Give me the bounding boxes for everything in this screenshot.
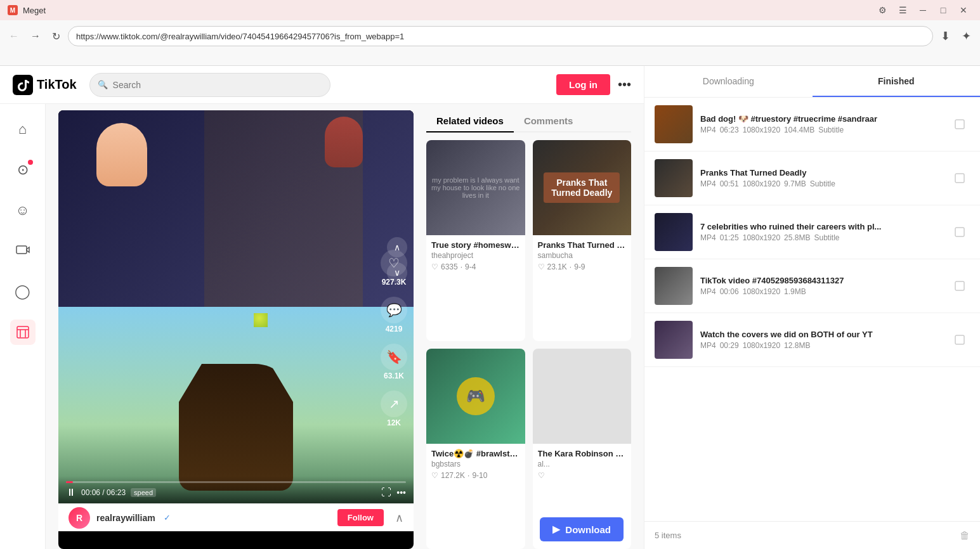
related-card-3[interactable]: 🎮 Twice☢️💣 #brawlstars #tiktok... bgbsta… xyxy=(426,349,525,550)
menu-btn[interactable]: ☰ xyxy=(894,4,911,16)
share-action: ↗ 12K xyxy=(381,391,407,427)
resolution-4: 1080x1920 xyxy=(743,287,780,296)
meget-thumb-item-5 xyxy=(655,321,693,359)
video-top-half xyxy=(58,110,414,307)
search-icon: 🔍 xyxy=(98,80,108,89)
bookmark-button[interactable]: 🔖 xyxy=(381,344,407,370)
meget-info-4: TikTok video #7405298593684311327 MP4 00… xyxy=(700,276,942,296)
comment-count: 4219 xyxy=(386,325,403,333)
related-author-4: al... xyxy=(538,460,627,468)
svg-rect-0 xyxy=(13,75,33,95)
comment-button[interactable]: 💬 xyxy=(381,297,407,323)
format-1: MP4 xyxy=(700,126,716,134)
format-2: MP4 xyxy=(700,179,716,188)
svg-rect-7 xyxy=(955,335,964,344)
svg-rect-4 xyxy=(955,174,964,183)
sidebar-item-live[interactable] xyxy=(10,238,36,264)
format-4: MP4 xyxy=(700,287,716,296)
tab-finished[interactable]: Finished xyxy=(813,66,981,97)
tab-comments[interactable]: Comments xyxy=(514,110,584,132)
login-button[interactable]: Log in xyxy=(556,74,610,95)
size-1: 104.4MB xyxy=(784,126,814,134)
video-side-actions: ♡ 927.3K 💬 4219 🔖 63.1K xyxy=(381,250,407,427)
bookmark-action: 🔖 63.1K xyxy=(381,344,407,380)
refresh-btn[interactable]: ↻ xyxy=(48,28,64,45)
back-btn[interactable]: ← xyxy=(5,28,23,44)
sidebar-item-explore[interactable]: ⊙ xyxy=(10,157,36,183)
explore-badge xyxy=(28,160,33,165)
dog-silhouette xyxy=(179,364,293,491)
pranks-overlay: Pranks ThatTurned Deadly xyxy=(544,172,620,203)
sidebar-item-profile[interactable]: ◯ xyxy=(10,279,36,304)
related-card-1[interactable]: my problem is I always want my house to … xyxy=(426,140,525,341)
download-overlay: ▶ Download xyxy=(540,517,624,541)
tiktok-header: TikTok 🔍 Log in ••• xyxy=(0,66,644,104)
maximize-btn[interactable]: □ xyxy=(934,4,952,16)
fullscreen-btn[interactable]: ⛶ xyxy=(381,487,391,498)
resolution-2: 1080x1920 xyxy=(743,179,780,188)
puppet-figure-1 xyxy=(96,123,147,186)
like-button[interactable]: ♡ xyxy=(381,250,407,276)
meget-title-2: Pranks That Turned Deadly xyxy=(700,168,942,178)
url-bar[interactable] xyxy=(68,26,933,46)
titlebar: M Meget ⚙ ☰ ─ □ ✕ xyxy=(0,0,980,20)
more-options-btn[interactable]: ••• xyxy=(396,488,406,498)
search-input[interactable] xyxy=(113,80,322,90)
sidebar-item-shop[interactable] xyxy=(10,320,36,345)
settings-btn[interactable]: ⚙ xyxy=(873,4,891,16)
video-player: ∧ ∨ ♡ 927.3K 💬 4219 xyxy=(58,110,414,549)
close-btn[interactable]: ✕ xyxy=(955,4,972,16)
format-3: MP4 xyxy=(700,233,716,242)
meget-action-1[interactable] xyxy=(950,114,970,134)
minimize-btn[interactable]: ─ xyxy=(914,4,932,16)
related-stats-1: ♡6335·9-4 xyxy=(431,262,520,271)
meget-action-5[interactable] xyxy=(950,330,970,350)
tab-downloading[interactable]: Downloading xyxy=(644,66,813,97)
meget-action-3[interactable] xyxy=(950,222,970,242)
sidebar-item-following[interactable]: ☺ xyxy=(10,198,36,223)
game-thumb: 🎮 xyxy=(426,349,525,444)
forward-btn[interactable]: → xyxy=(27,28,44,44)
sidebar-item-home[interactable]: ⌂ xyxy=(10,117,36,142)
meget-action-4[interactable] xyxy=(950,276,970,296)
tab-related-videos[interactable]: Related videos xyxy=(426,110,514,132)
related-thumb-4 xyxy=(533,349,632,444)
meget-tabs: Downloading Finished xyxy=(644,66,980,98)
related-card-2[interactable]: Pranks ThatTurned Deadly Pranks That Tur… xyxy=(533,140,632,341)
svg-rect-5 xyxy=(955,228,964,236)
related-author-2: sambucha xyxy=(538,251,627,260)
size-2: 9.7MB xyxy=(784,179,806,188)
chevron-up-icon[interactable]: ∧ xyxy=(395,511,403,525)
tiktok-search-bar[interactable]: 🔍 xyxy=(89,73,330,97)
like-count: 927.3K xyxy=(382,278,407,287)
browser-toolbar: ← → ↻ ⬇ ✦ xyxy=(0,23,980,49)
play-pause-btn[interactable]: ⏸ xyxy=(66,487,76,498)
bookmark-icon[interactable]: ✦ xyxy=(958,27,975,46)
meget-item-2: Pranks That Turned Deadly MP4 00:51 1080… xyxy=(644,152,980,205)
game-icon: 🎮 xyxy=(457,377,495,415)
related-panel: Related videos Comments my problem is I … xyxy=(426,110,631,549)
related-title-1: True story #homesweethome... xyxy=(431,240,520,250)
meget-meta-4: MP4 00:06 1080x1920 1.9MB xyxy=(700,287,942,296)
related-info-1: True story #homesweethome... theahprojec… xyxy=(426,235,525,276)
main-layout: TikTok 🔍 Log in ••• ⌂ ⊙ ☺ xyxy=(0,66,980,549)
app-icon: M xyxy=(8,5,18,15)
speed-badge: speed xyxy=(131,488,156,497)
more-button[interactable]: ••• xyxy=(618,77,631,92)
download-icon[interactable]: ⬇ xyxy=(937,27,954,46)
follow-button[interactable]: Follow xyxy=(337,509,384,526)
share-button[interactable]: ↗ xyxy=(381,391,407,417)
related-stats-4: ♡ xyxy=(538,471,627,480)
subtitle-1: Subtitle xyxy=(818,126,844,134)
meget-thumb-item-2 xyxy=(655,159,693,197)
window-controls: ⚙ ☰ ─ □ ✕ xyxy=(873,4,972,16)
author-name: realraywilliam xyxy=(96,513,155,523)
delete-all-button[interactable]: 🗑 xyxy=(960,530,970,541)
progress-bar[interactable] xyxy=(66,481,406,483)
video-author-bar: R realraywilliam ✓ Follow ∧ xyxy=(58,503,414,531)
meget-action-2[interactable] xyxy=(950,168,970,188)
meget-info-2: Pranks That Turned Deadly MP4 00:51 1080… xyxy=(700,168,942,188)
related-stats-2: ♡23.1K·9-9 xyxy=(538,262,627,271)
related-title-2: Pranks That Turned Deadly xyxy=(538,240,627,250)
download-button[interactable]: ▶ Download xyxy=(540,517,624,541)
